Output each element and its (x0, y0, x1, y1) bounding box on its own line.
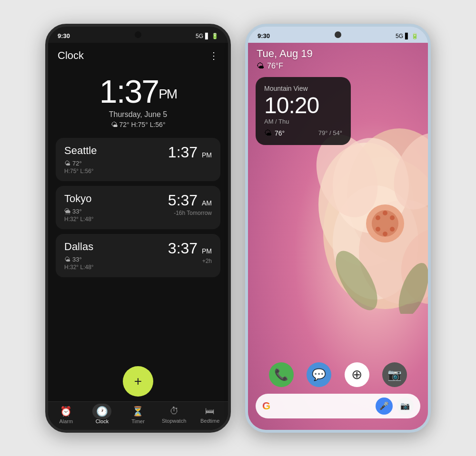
weather-icon-tokyo: 🌦 (64, 208, 70, 215)
home-weather: 🌤 76°F (248, 62, 428, 70)
overflow-menu-button[interactable]: ⋮ (209, 50, 218, 61)
city-name-tokyo: Tokyo (64, 193, 94, 205)
nav-alarm[interactable]: ⏰ Alarm (52, 406, 80, 424)
nav-label-alarm: Alarm (59, 418, 73, 424)
lens-search-button[interactable]: 📷 (397, 398, 414, 415)
city-card-seattle[interactable]: Seattle 🌤 72° H:75° L:56° 1:37 PM (56, 138, 220, 181)
signal-bars: ▋ (205, 33, 209, 39)
city-time-seattle: 1:37 PM (168, 145, 212, 160)
city-time-tokyo: 5:37 AM -16h Tomorrow (168, 193, 212, 216)
main-weather: 🌤 72° H:75° L:56° (48, 121, 228, 128)
bottom-navigation: ⏰ Alarm 🕐 Clock ⏳ Timer ⏱ Stopwatch 🛏 Be… (48, 401, 228, 430)
clock-app-header: Clock ⋮ (48, 43, 228, 66)
bedtime-icon: 🛏 (205, 406, 215, 417)
clock-app-title: Clock (58, 49, 84, 62)
weather-icon: 🌤 (111, 121, 118, 128)
widget-ampm-day: AM / Thu (264, 118, 342, 125)
light-phone: 9:30 5G ▋ 🔋 (245, 24, 431, 433)
widget-weather-icon: 🌤 (264, 129, 272, 137)
signal-icon: 5G (196, 33, 203, 39)
nav-label-stopwatch: Stopwatch (162, 418, 186, 424)
status-time-dark: 9:30 (58, 32, 70, 39)
city-time-offset-dallas: +2h (168, 258, 212, 264)
widget-weather-row: 🌤 76° 79° / 54° (264, 129, 342, 137)
home-weather-icon: 🌤 (257, 62, 264, 70)
battery-light: 🔋 (411, 33, 418, 39)
signal-bars-light: ▋ (405, 33, 409, 39)
city-info-dallas: Dallas 🌤 33° H:32° L:48° (64, 241, 94, 271)
svg-point-15 (383, 211, 387, 215)
status-icons-dark: 5G ▋ 🔋 (196, 33, 218, 39)
stopwatch-icon: ⏱ (169, 406, 179, 417)
city-weather-detail-dallas: H:32° L:48° (64, 264, 94, 271)
dock-camera-icon[interactable]: 📷 (382, 362, 407, 387)
city-info-tokyo: Tokyo 🌦 33° H:32° L:48° (64, 193, 94, 223)
city-name-dallas: Dallas (64, 241, 94, 253)
dock-messages-icon[interactable]: 💬 (307, 362, 331, 387)
dock-icons: 📞 💬 ⊕ 📷 (248, 362, 428, 387)
city-weather-dallas: 🌤 33° (64, 256, 94, 263)
weather-icon-seattle: 🌤 (64, 160, 70, 167)
google-search-bar[interactable]: G 🎤 📷 (256, 394, 420, 418)
svg-point-13 (376, 215, 380, 220)
main-clock-time: 1:37PM (48, 75, 228, 107)
weather-icon-dallas: 🌤 (64, 256, 70, 263)
city-info-seattle: Seattle 🌤 72° H:75° L:56° (64, 145, 97, 175)
city-weather-tokyo: 🌦 33° (64, 208, 94, 215)
widget-city-name: Mountain View (264, 85, 342, 92)
home-screen: Tue, Aug 19 🌤 76°F Mountain View 10:20 A… (248, 43, 428, 430)
timer-icon: ⏳ (132, 406, 144, 417)
svg-point-18 (383, 232, 387, 236)
nav-clock[interactable]: 🕐 Clock (88, 406, 116, 424)
clock-app-screen: Clock ⋮ 1:37PM Thursday, June 5 🌤 72° H:… (48, 43, 228, 430)
nav-label-bedtime: Bedtime (200, 418, 219, 424)
status-time-light: 9:30 (258, 32, 270, 39)
widget-time: 10:20 (264, 94, 342, 117)
dark-phone: 9:30 5G ▋ 🔋 Clock ⋮ 1:37PM Thursday, Jun… (45, 24, 231, 433)
city-time-dallas: 3:37 PM +2h (168, 241, 212, 264)
nav-bedtime[interactable]: 🛏 Bedtime (196, 406, 224, 424)
add-city-fab[interactable]: + (123, 366, 153, 397)
clock-icon: 🕐 (96, 406, 108, 417)
alarm-icon: ⏰ (60, 406, 72, 417)
dock-chrome-icon[interactable]: ⊕ (345, 362, 369, 387)
front-camera-light (335, 31, 341, 38)
city-weather-detail-tokyo: H:32° L:48° (64, 216, 94, 223)
front-camera (135, 31, 141, 38)
main-time-section: 1:37PM Thursday, June 5 🌤 72° H:75° L:56… (48, 66, 228, 133)
svg-point-16 (376, 227, 380, 232)
nav-stopwatch[interactable]: ⏱ Stopwatch (160, 406, 188, 424)
widget-hilo: 79° / 54° (318, 129, 342, 136)
nav-label-clock: Clock (96, 418, 109, 424)
nav-label-timer: Timer (131, 418, 145, 424)
home-weather-temp: 76°F (267, 62, 283, 70)
widget-temp: 76° (275, 129, 285, 137)
home-date: Tue, Aug 19 (248, 43, 428, 62)
main-date: Thursday, June 5 (48, 110, 228, 119)
nav-timer[interactable]: ⏳ Timer (124, 406, 152, 424)
google-logo: G (262, 400, 270, 412)
city-weather-seattle: 🌤 72° (64, 160, 97, 167)
voice-search-button[interactable]: 🎤 (376, 398, 393, 415)
city-card-tokyo[interactable]: Tokyo 🌦 33° H:32° L:48° 5:37 AM -16h Tom… (56, 186, 220, 229)
city-card-dallas[interactable]: Dallas 🌤 33° H:32° L:48° 3:37 PM +2h (56, 234, 220, 277)
city-time-offset-tokyo: -16h Tomorrow (168, 210, 212, 216)
battery-icon: 🔋 (211, 33, 218, 39)
city-cards-list: Seattle 🌤 72° H:75° L:56° 1:37 PM Tokyo … (48, 133, 228, 361)
dock-phone-icon[interactable]: 📞 (269, 362, 294, 387)
clock-widget[interactable]: Mountain View 10:20 AM / Thu 🌤 76° 79° /… (256, 77, 351, 145)
status-icons-light: 5G ▋ 🔋 (396, 33, 418, 39)
city-weather-detail-seattle: H:75° L:56° (64, 168, 97, 175)
svg-point-14 (390, 215, 395, 220)
signal-light: 5G (396, 33, 403, 39)
svg-point-17 (390, 227, 395, 232)
city-name-seattle: Seattle (64, 145, 97, 157)
